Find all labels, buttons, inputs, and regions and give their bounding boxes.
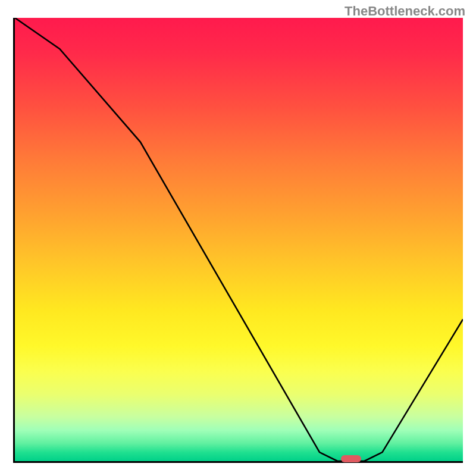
minimum-marker bbox=[341, 455, 361, 462]
plot-area bbox=[13, 18, 463, 463]
bottleneck-curve bbox=[15, 18, 463, 461]
curve-svg bbox=[15, 18, 463, 461]
watermark-text: TheBottleneck.com bbox=[345, 4, 465, 19]
chart-container: TheBottleneck.com bbox=[0, 0, 476, 476]
